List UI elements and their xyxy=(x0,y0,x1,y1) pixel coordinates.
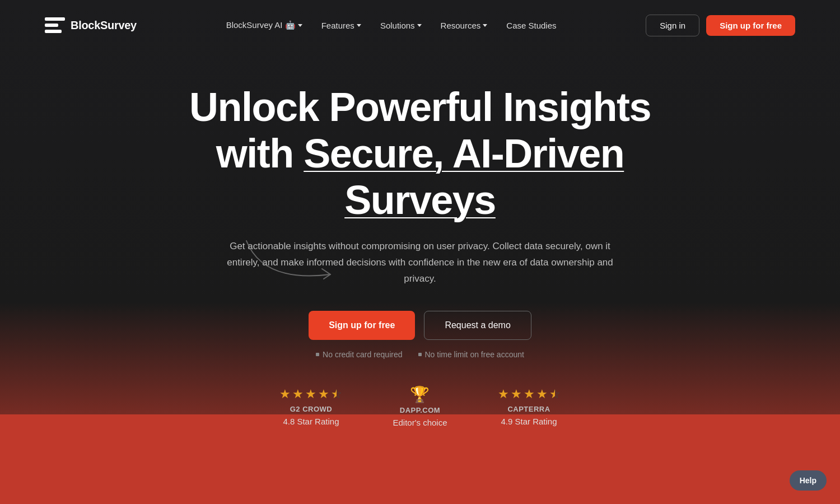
logo-text: BlockSurvey xyxy=(71,19,137,32)
headline-line2-prefix: with xyxy=(216,131,304,176)
headline-line1: Unlock Powerful Insights xyxy=(189,85,651,129)
signup-nav-button[interactable]: Sign up for free xyxy=(706,15,795,36)
bullet-icon xyxy=(418,353,422,356)
logo-icon xyxy=(45,17,65,33)
hero-section: Unlock Powerful Insights with Secure, AI… xyxy=(0,50,840,427)
dapp-platform: DAPP.COM xyxy=(400,406,440,414)
hero-note-1: No credit card required xyxy=(316,350,402,359)
red-bottom-bg xyxy=(0,414,840,504)
hero-headline: Unlock Powerful Insights with Secure, AI… xyxy=(168,84,672,223)
capterra-stars: ★ ★ ★ ★ ☆ xyxy=(498,387,561,402)
nav-item-solutions[interactable]: Solutions xyxy=(372,16,430,35)
hero-note-2: No time limit on free account xyxy=(418,350,524,359)
nav-item-features[interactable]: Features xyxy=(314,16,369,35)
ratings-row: ★ ★ ★ ★ ☆ G2 CROWD 4.8 Star Rating 🏆 DAP… xyxy=(279,387,560,427)
demo-button[interactable]: Request a demo xyxy=(424,311,531,340)
half-star-icon: ☆ xyxy=(549,387,561,402)
signup-hero-button[interactable]: Sign up for free xyxy=(309,311,415,340)
page-wrapper: BlockSurvey BlockSurvey AI 🤖 Features So… xyxy=(0,0,840,504)
capterra-platform: CAPTERRA xyxy=(507,405,550,413)
chevron-down-icon xyxy=(417,24,422,27)
headline-line2-accent: Secure, AI-Driven Surveys xyxy=(304,131,624,222)
navbar: BlockSurvey BlockSurvey AI 🤖 Features So… xyxy=(0,0,840,50)
rating-capterra: ★ ★ ★ ★ ☆ CAPTERRA 4.9 Star Rating xyxy=(498,387,561,427)
nav-actions: Sign in Sign up for free xyxy=(646,15,795,36)
nav-item-blocksurvey-ai[interactable]: BlockSurvey AI 🤖 xyxy=(218,16,310,35)
half-star-icon: ☆ xyxy=(331,387,342,402)
arrow-decoration xyxy=(241,235,342,286)
logo[interactable]: BlockSurvey xyxy=(45,17,137,33)
rating-g2: ★ ★ ★ ★ ☆ G2 CROWD 4.8 Star Rating xyxy=(279,387,342,427)
nav-links: BlockSurvey AI 🤖 Features Solutions Reso… xyxy=(218,16,564,35)
g2-platform: G2 CROWD xyxy=(290,405,333,413)
help-button[interactable]: Help xyxy=(790,470,827,491)
capterra-label: 4.9 Star Rating xyxy=(501,417,557,426)
chevron-down-icon xyxy=(357,24,361,27)
g2-label: 4.8 Star Rating xyxy=(283,417,339,426)
chevron-down-icon xyxy=(483,24,487,27)
rating-dapp: 🏆 DAPP.COM Editor's choice xyxy=(393,387,447,427)
chevron-down-icon xyxy=(298,24,302,27)
g2-stars: ★ ★ ★ ★ ☆ xyxy=(279,387,342,402)
hero-notes: No credit card required No time limit on… xyxy=(316,350,524,359)
nav-item-case-studies[interactable]: Case Studies xyxy=(498,16,564,35)
trophy-icon: 🏆 xyxy=(410,387,430,403)
dapp-label: Editor's choice xyxy=(393,418,447,427)
nav-item-resources[interactable]: Resources xyxy=(433,16,496,35)
bullet-icon xyxy=(316,353,319,356)
hero-cta: Sign up for free Request a demo xyxy=(309,311,531,340)
signin-button[interactable]: Sign in xyxy=(646,15,699,36)
